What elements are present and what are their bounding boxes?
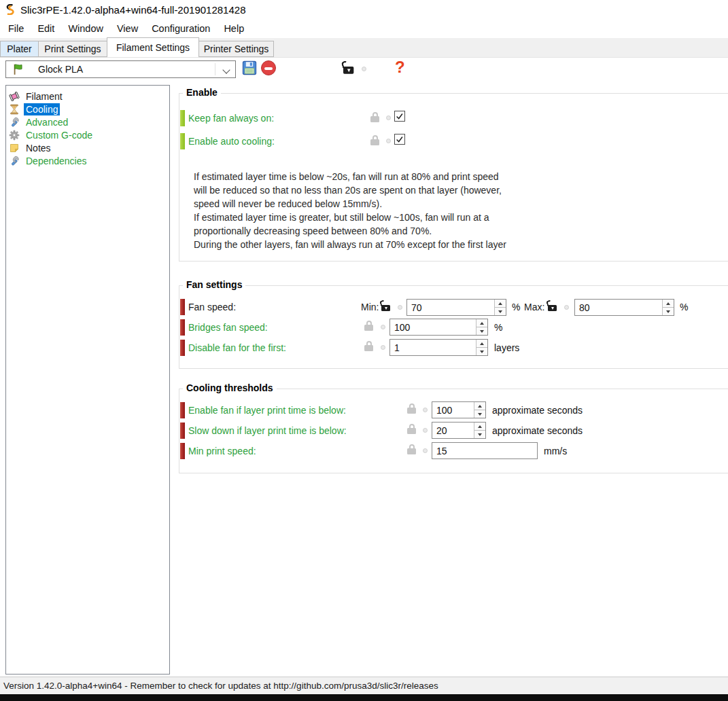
lock-icon[interactable]	[370, 112, 379, 122]
status-bar: Version 1.42.0-alpha4+win64 - Remember t…	[0, 677, 728, 694]
sidebar-item-notes[interactable]: Notes	[9, 141, 53, 154]
unlock-icon[interactable]	[381, 301, 390, 311]
spinner	[494, 300, 506, 315]
filament-spool-icon	[9, 91, 20, 102]
window-bottom-edge	[0, 694, 728, 701]
option-bar-modified	[180, 340, 185, 356]
check-icon	[395, 111, 404, 121]
auto-cooling-checkbox[interactable]	[394, 134, 405, 145]
menu-window[interactable]: Window	[61, 19, 110, 38]
tab-printer-settings[interactable]: Printer Settings	[198, 41, 274, 57]
spinner	[474, 423, 485, 438]
spin-up-button[interactable]	[474, 423, 485, 431]
spin-up-button[interactable]	[476, 340, 487, 348]
lock-icon[interactable]	[364, 341, 373, 351]
bridges-fan-speed-unit: %	[494, 322, 502, 333]
cooling-thresholds-group-title: Cooling thresholds	[183, 382, 277, 393]
combo-separator	[215, 63, 215, 75]
disable-fan-first-field	[389, 339, 488, 356]
spin-down-button[interactable]	[474, 431, 485, 438]
menu-configuration[interactable]: Configuration	[145, 19, 217, 38]
fan-speed-max-field	[574, 299, 674, 316]
spin-down-button[interactable]	[474, 410, 485, 418]
spin-up-button[interactable]	[476, 319, 487, 327]
fan-speed-label: Fan speed:	[188, 302, 236, 312]
reset-dot-icon	[564, 305, 569, 310]
lock-icon[interactable]	[407, 424, 416, 434]
sidebar-item-advanced[interactable]: Advanced	[9, 115, 70, 128]
spin-up-button[interactable]	[474, 402, 485, 410]
option-bar-modified	[180, 319, 185, 336]
spinner	[474, 402, 485, 418]
sidebar-item-label: Custom G-code	[24, 129, 94, 141]
min-print-speed-label: Min print speed:	[188, 446, 256, 456]
unlock-icon[interactable]	[343, 62, 353, 74]
fan-speed-min-input[interactable]	[407, 300, 506, 315]
disable-fan-first-layers-input[interactable]	[390, 340, 487, 355]
option-bar-modified	[180, 423, 185, 439]
wrench-icon	[9, 156, 20, 166]
sidebar-item-dependencies[interactable]: Dependencies	[9, 154, 89, 167]
fan-speed-min-label: Min:	[361, 302, 379, 312]
preset-name: Glock PLA	[38, 64, 83, 75]
cooling-description: If estimated layer time is below ~20s, f…	[194, 170, 574, 251]
title-bar: Slic3rPE-1.42.0-alpha4+win64-full-201901…	[0, 0, 728, 19]
settings-tree-panel: Filament Cooling Advanced	[5, 85, 170, 675]
spin-up-button[interactable]	[495, 300, 506, 308]
enable-group-title: Enable	[183, 87, 221, 98]
spinner	[476, 340, 487, 355]
wrench-icon	[9, 117, 20, 128]
enable-fan-below-unit: approximate seconds	[492, 405, 583, 416]
enable-fan-below-field	[432, 401, 486, 418]
reset-dot-icon	[386, 115, 391, 120]
tab-print-settings[interactable]: Print Settings	[38, 41, 107, 57]
menu-view[interactable]: View	[110, 19, 145, 38]
menu-bar: File Edit Window View Configuration Help	[0, 19, 728, 38]
option-bar-modified	[180, 402, 185, 418]
bridges-fan-speed-label: Bridges fan speed:	[188, 322, 268, 333]
spin-down-button[interactable]	[663, 308, 674, 315]
lock-icon[interactable]	[407, 444, 416, 454]
note-icon	[9, 143, 20, 154]
fan-settings-group-title: Fan settings	[183, 279, 245, 290]
lock-icon[interactable]	[364, 321, 373, 331]
sidebar-item-label: Filament	[24, 90, 65, 103]
fan-speed-max-input[interactable]	[575, 300, 674, 315]
menu-help[interactable]: Help	[217, 19, 251, 38]
bridges-fan-speed-field	[389, 319, 488, 336]
spin-down-button[interactable]	[476, 348, 487, 355]
reset-dot-icon	[386, 139, 391, 143]
spin-down-button[interactable]	[495, 308, 506, 315]
bridges-fan-speed-input[interactable]	[390, 319, 487, 335]
menu-file[interactable]: File	[1, 19, 31, 38]
preset-combobox[interactable]: Glock PLA	[5, 60, 236, 78]
slic3r-logo-icon	[5, 4, 16, 15]
min-print-speed-input[interactable]	[432, 443, 537, 459]
sidebar-item-cooling[interactable]: Cooling	[9, 103, 60, 115]
sidebar-item-filament[interactable]: Filament	[9, 90, 65, 103]
spin-down-button[interactable]	[476, 327, 487, 335]
help-icon[interactable]: ?	[395, 58, 405, 77]
slow-down-below-label: Slow down if layer print time is below:	[188, 425, 347, 436]
save-icon[interactable]	[242, 60, 257, 75]
option-bar-modified	[180, 443, 185, 459]
sidebar-item-label: Advanced	[24, 116, 70, 128]
spinner	[476, 319, 487, 335]
tab-filament-settings[interactable]: Filament Settings	[107, 37, 199, 57]
unlock-icon[interactable]	[548, 301, 557, 311]
keep-fan-checkbox[interactable]	[394, 111, 405, 122]
spin-up-button[interactable]	[663, 300, 674, 308]
sidebar-item-label: Notes	[24, 142, 53, 154]
lock-icon[interactable]	[370, 135, 379, 145]
sidebar-item-label: Dependencies	[24, 155, 89, 167]
option-bar-modified	[180, 299, 185, 315]
sidebar-item-custom-gcode[interactable]: Custom G-code	[9, 128, 94, 141]
sidebar-item-label: Cooling	[24, 103, 60, 115]
delete-preset-icon[interactable]	[261, 60, 276, 75]
tab-plater[interactable]: Plater	[0, 41, 39, 57]
lock-icon[interactable]	[407, 403, 416, 414]
chevron-down-icon[interactable]	[222, 66, 230, 73]
tab-strip: Plater Print Settings Filament Settings …	[0, 38, 728, 58]
spinner	[662, 300, 674, 315]
menu-edit[interactable]: Edit	[31, 19, 61, 38]
